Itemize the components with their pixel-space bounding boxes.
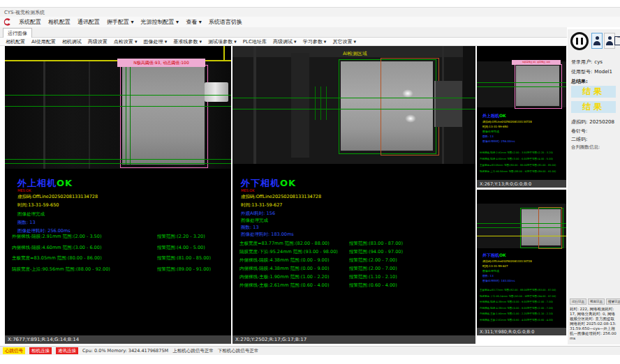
ai-time: 外观AI耗时: 156 [241, 211, 275, 217]
measurement-alarm-range: 报警范围:(2.20 - 3.20) [157, 234, 230, 240]
barcode-line: 虚拟码:OffLine20250208133134728 [241, 194, 321, 200]
camera-view-small-bottom[interactable]: 外下相机OK 虚拟码:OffLine20250208133134728 时间:1… [477, 190, 566, 328]
menu-item[interactable]: 相机配置 [48, 18, 71, 26]
total-result-label: 总结果: [571, 78, 588, 85]
login-user-field: 登录用户:cys [571, 59, 603, 66]
measurement-row: 隔膜宽度-上沿:90.56mm 范围:(88.00 - 92.00) 报警范围:… [480, 168, 566, 174]
toolbar-item[interactable]: PLC地址库 [243, 38, 267, 45]
menu-item[interactable]: 光源控制配置 ▾ [141, 18, 179, 26]
toolbar-item[interactable]: 高级设置 [88, 38, 108, 45]
pause-button[interactable] [570, 32, 589, 50]
result-box-1: 结果 [571, 86, 616, 98]
mes-status: MES:OK [241, 188, 255, 192]
measurement-value: 内侧裸线-主极:1.90mm 范围:(1.00 - 2.20) [480, 312, 527, 315]
toolbar-item[interactable]: 点检设置 ▾ [114, 38, 138, 45]
baseline-green [5, 159, 231, 160]
pixel-coords: X:7677;Y:891;R:14;G:14;B:14 [8, 337, 79, 342]
measurement-row: 主极宽度=83.05mm 范围:(80.00 - 86.00) 报警范围:(81… [480, 162, 566, 168]
menu-item[interactable]: 握手配置 ▾ [107, 18, 134, 26]
measurement-value: 内侧裸线-隔膜:4.60mm 范围:(3.00 - 6.00) [480, 158, 527, 160]
roi-rect-orange [538, 207, 562, 249]
log-tab[interactable]: 运行日志 [570, 298, 586, 305]
camera-result: OK [280, 178, 296, 188]
connector-part [205, 82, 228, 102]
machine-edge [43, 61, 45, 169]
measurement-value: 隔膜宽度-下沿:95.24mm 范围:(93.00 - 98.00) [480, 295, 527, 298]
menu-item[interactable]: 查看 ▾ [186, 18, 202, 26]
machine-edge [253, 46, 256, 164]
baseline-green-vertical [326, 86, 327, 120]
ai-region-label: AI检测区域 [343, 50, 367, 57]
user-icon [606, 36, 614, 45]
measurement-value: 外侧裸线-主极:2.61mm 范围:(0.60 - 4.00) [239, 282, 349, 289]
process-status: 图像处理完成 [241, 218, 268, 224]
overlay-yellow-vline [223, 46, 225, 61]
toolbar-item[interactable]: 相机调试 [62, 38, 82, 45]
time-line: 时间:13-31-59-650 [17, 202, 59, 208]
tab-run-image[interactable]: 运行图像 [3, 28, 32, 38]
measurement-list-left: 外侧裸线-隔膜:2.91mm 范围:(2.00 - 3.50) 报警范围:(2.… [12, 232, 230, 275]
camera-view-small-top[interactable]: N极高阈值:93, 动态阈值:100 外上相机OK 虚拟码:OffLine202… [477, 46, 566, 180]
measurement-alarm-range: 报警范围:(81.00 - 85.00) [527, 164, 566, 167]
process-time: 图像处理耗时: 183.00ms [241, 232, 294, 238]
cpu-memory-readout: Cpu: 0.0% Memory: 3424.41796875M [82, 348, 168, 354]
model-field: 使用型号:Model1 [571, 68, 612, 75]
process-status-mini: 图像处理完成 [482, 130, 499, 133]
menu-item[interactable]: 系统配置 [19, 18, 41, 26]
measurement-value: 隔膜宽度-下沿:95.24mm 范围:(93.00 - 98.00) [239, 249, 349, 255]
baseline-green [477, 82, 566, 83]
reflection-glow [405, 114, 416, 123]
toolbar-item[interactable]: 测试项参数 ▾ [208, 38, 237, 45]
virtual-code-field: 虚拟码:20250208 [571, 119, 614, 126]
switch-user-button[interactable] [604, 33, 615, 49]
menu-item[interactable]: 系统语言切换 [209, 18, 242, 26]
model-label: 使用型号: [571, 69, 592, 75]
toolbar-item[interactable]: AI使用配置 [31, 38, 56, 45]
toolbar-item[interactable]: 学习参数 ▾ [303, 38, 327, 45]
exit-button[interactable]: → [614, 33, 620, 49]
camera-view-left[interactable]: N极高阈值:93, 动态阈值:100 外上相机OK MES:OK 虚拟码:Off… [5, 46, 231, 335]
measurement-row: 内侧裸线-隔膜:4.38mm 范围:(0.00 - 9.00) 报警范围:(2.… [480, 305, 566, 312]
machine-edge [89, 61, 90, 169]
toolbar-item[interactable]: 高级调试 ▾ [273, 38, 297, 45]
qrcode-label: 二维码: [571, 136, 587, 143]
camera-image-left [5, 61, 231, 169]
measurement-value: 内侧裸线-主极:1.90mm 范围:(1.00 - 2.20) [239, 274, 349, 280]
tab-strip: 运行图像 [0, 27, 567, 38]
toolbar-item[interactable]: 相机配置 [6, 38, 25, 45]
machine-edge [463, 46, 475, 164]
measurement-alarm-range: 报警范围:(2.00 - 7.00) [349, 266, 474, 272]
login-user-button[interactable] [591, 33, 603, 49]
camera-image-small-top [477, 61, 566, 107]
measurement-list-mini: 主极宽度=83.77mm 范围:(82.00 - 88.00) 报警范围:(83… [480, 287, 566, 323]
menu-items: 系统配置相机配置通讯配置握手配置 ▾光源控制配置 ▾查看 ▾系统语言切换 [19, 18, 242, 26]
baseline-green [477, 227, 566, 228]
menu-bar: 系统配置相机配置通讯配置握手配置 ▾光源控制配置 ▾查看 ▾系统语言切换 [0, 17, 620, 27]
pixel-coords: X:267;Y:13;R:0;G:0;B:0 [480, 181, 531, 187]
heartbeat-badge: 心跳信号 [3, 347, 25, 354]
log-tab[interactable]: 视觉日志 [588, 298, 605, 305]
log-tab[interactable]: 报警日志 [606, 298, 620, 305]
baseline-green-vertical [320, 86, 321, 120]
toolbar-item[interactable]: 图像处理 ▾ [144, 38, 168, 45]
baseline-green [477, 223, 566, 224]
toolbar-item[interactable]: 基准线参数 ▾ [173, 38, 202, 45]
measurement-row: 外侧裸线-隔膜:2.91mm 范围:(2.00 - 3.50) 报警范围:(2.… [12, 232, 230, 243]
pixel-coords: X:270;Y:2502;R:17;G:17;B:17 [235, 337, 307, 342]
baseline-green-vertical [126, 67, 126, 165]
process-time-mini: 图像处理耗时: 256.00ms [482, 139, 515, 143]
camera-image-small-bottom [477, 204, 566, 248]
virtual-code-label: 虚拟码: [571, 119, 587, 125]
measurement-row: 内侧裸线-主极:1.90mm 范围:(1.00 - 2.20) 报警范围:(1.… [239, 273, 474, 281]
camera-view-middle[interactable]: AI检测区域 外下相机OK MES:OK 虚拟码:OffLine20250208… [232, 46, 475, 335]
camera-name: 外下相机 [241, 178, 280, 188]
window-title: CYS-视觉检测系统 [4, 10, 45, 15]
menu-item[interactable]: 通讯配置 [78, 18, 100, 26]
measurement-value: 内侧裸线-隔膜:4.60mm 范围:(3.00 - 6.00) [12, 245, 157, 251]
measurement-alarm-range: 报警范围:(0.60 - 4.00) [527, 319, 566, 321]
measurement-row: 外侧裸线-隔膜:4.38mm 范围:(0.00 - 9.00) 报警范围:(2.… [239, 256, 474, 264]
process-status: 图像处理完成 [17, 211, 45, 218]
toolbar-item[interactable]: 其它设置 ▾ [332, 38, 356, 45]
measurement-list-middle: 主极宽度=83.77mm 范围:(82.00 - 88.00) 报警范围:(83… [239, 239, 474, 289]
baseline-green-vertical [315, 86, 316, 120]
